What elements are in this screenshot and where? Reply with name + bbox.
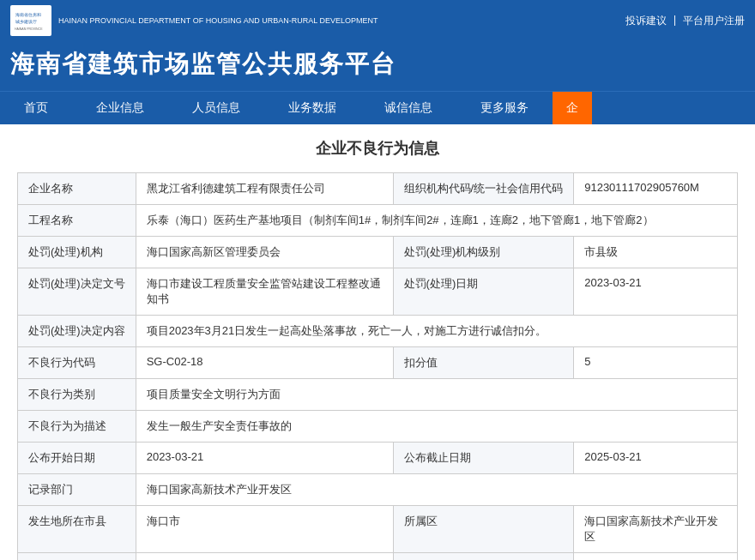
nav-home[interactable]: 首页 bbox=[0, 92, 72, 124]
table-row: 不良行为分类 登记日期 2023-03-21 bbox=[18, 553, 738, 561]
penalty-org-label: 处罚(处理)机构 bbox=[18, 237, 136, 268]
penalty-date-value: 2023-03-21 bbox=[574, 268, 738, 316]
table-row: 处罚(处理)决定内容 项目2023年3月21日发生一起高处坠落事故，死亡一人，对… bbox=[18, 316, 738, 347]
table-row: 公布开始日期 2023-03-21 公布截止日期 2025-03-21 bbox=[18, 443, 738, 474]
nav-enterprise[interactable]: 企业信息 bbox=[72, 92, 168, 124]
nav-personnel[interactable]: 人员信息 bbox=[168, 92, 264, 124]
logo-text: HAINAN PROVINCIAL DEPARTMENT OF HOUSING … bbox=[58, 15, 378, 27]
enterprise-name-label: 企业名称 bbox=[18, 173, 136, 205]
site-title: 海南省建筑市场监管公共服务平台 bbox=[10, 48, 396, 81]
table-row: 企业名称 黑龙江省利德建筑工程有限责任公司 组织机构代码/统一社会信用代码 91… bbox=[18, 173, 738, 205]
penalty-org-level-label: 处罚(处理)机构级别 bbox=[393, 237, 574, 268]
org-code-label: 组织机构代码/统一社会信用代码 bbox=[393, 173, 574, 205]
project-name-label: 工程名称 bbox=[18, 205, 136, 237]
bad-behavior-desc-value: 发生一般生产安全责任事故的 bbox=[136, 411, 737, 443]
content-area: 企业不良行为信息 企业名称 黑龙江省利德建筑工程有限责任公司 组织机构代码/统一… bbox=[0, 124, 755, 560]
penalty-content-label: 处罚(处理)决定内容 bbox=[18, 316, 136, 347]
nav-credit[interactable]: 诚信信息 bbox=[360, 92, 456, 124]
table-row: 工程名称 乐泰（海口）医药生产基地项目（制剂车间1#，制剂车间2#，连廊1，连廊… bbox=[18, 205, 738, 237]
logo-area: 海南省住房和 城乡建设厅 HAINAN PROVINCE HAINAN PROV… bbox=[10, 5, 378, 36]
table-row: 不良行为为描述 发生一般生产安全责任事故的 bbox=[18, 411, 738, 443]
table-row: 处罚(处理)决定文号 海口市建设工程质量安全监管站建设工程整改通知书 处罚(处理… bbox=[18, 268, 738, 316]
table-row: 不良行为代码 SG-C02-18 扣分值 5 bbox=[18, 347, 738, 379]
svg-text:海南省住房和: 海南省住房和 bbox=[15, 12, 41, 17]
publish-start-label: 公布开始日期 bbox=[18, 443, 136, 474]
table-row: 记录部门 海口国家高新技术产业开发区 bbox=[18, 474, 738, 506]
org-code-value: 91230111702905760M bbox=[574, 173, 738, 205]
svg-text:HAINAN PROVINCE: HAINAN PROVINCE bbox=[15, 27, 43, 31]
publish-end-value: 2025-03-21 bbox=[574, 443, 738, 474]
bad-behavior-category-value bbox=[136, 553, 393, 561]
district-label: 所属区 bbox=[393, 506, 574, 553]
header-links: 投诉建议 | 平台用户注册 bbox=[625, 14, 745, 28]
penalty-content-value: 项目2023年3月21日发生一起高处坠落事故，死亡一人，对施工方进行诚信扣分。 bbox=[136, 316, 737, 347]
page-title: 企业不良行为信息 bbox=[17, 138, 738, 159]
table-row: 发生地所在市县 海口市 所属区 海口国家高新技术产业开发区 bbox=[18, 506, 738, 553]
bad-behavior-type-value: 项目质量安全文明行为方面 bbox=[136, 379, 737, 411]
bad-behavior-code-value: SG-C02-18 bbox=[136, 347, 393, 379]
bad-behavior-code-label: 不良行为代码 bbox=[18, 347, 136, 379]
register-date-value: 2023-03-21 bbox=[574, 553, 738, 561]
deduction-value: 5 bbox=[574, 347, 738, 379]
logo-line1: HAINAN PROVINCIAL DEPARTMENT OF HOUSING … bbox=[58, 15, 378, 27]
project-name-value: 乐泰（海口）医药生产基地项目（制剂车间1#，制剂车间2#，连廊1，连廊2，地下管… bbox=[136, 205, 737, 237]
complaint-link[interactable]: 投诉建议 bbox=[625, 14, 667, 28]
register-link[interactable]: 平台用户注册 bbox=[683, 14, 745, 28]
penalty-doc-value: 海口市建设工程质量安全监管站建设工程整改通知书 bbox=[136, 268, 393, 316]
info-table: 企业名称 黑龙江省利德建筑工程有限责任公司 组织机构代码/统一社会信用代码 91… bbox=[17, 172, 738, 560]
penalty-org-value: 海口国家高新区管理委员会 bbox=[136, 237, 393, 268]
title-bar: 海南省建筑市场监管公共服务平台 bbox=[0, 41, 755, 91]
record-dept-label: 记录部门 bbox=[18, 474, 136, 506]
table-row: 不良行为类别 项目质量安全文明行为方面 bbox=[18, 379, 738, 411]
district-value: 海口国家高新技术产业开发区 bbox=[574, 506, 738, 553]
nav-more[interactable]: 更多服务 bbox=[456, 92, 553, 124]
location-label: 发生地所在市县 bbox=[18, 506, 136, 553]
table-row: 处罚(处理)机构 海口国家高新区管理委员会 处罚(处理)机构级别 市县级 bbox=[18, 237, 738, 268]
penalty-doc-label: 处罚(处理)决定文号 bbox=[18, 268, 136, 316]
bad-behavior-type-label: 不良行为类别 bbox=[18, 379, 136, 411]
register-date-label: 登记日期 bbox=[393, 553, 574, 561]
bad-behavior-category-label: 不良行为分类 bbox=[18, 553, 136, 561]
svg-text:城乡建设厅: 城乡建设厅 bbox=[15, 19, 37, 24]
nav-enterprise-highlight[interactable]: 企 bbox=[553, 92, 592, 124]
nav-business[interactable]: 业务数据 bbox=[264, 92, 360, 124]
publish-end-label: 公布截止日期 bbox=[393, 443, 574, 474]
penalty-date-label: 处罚(处理)日期 bbox=[393, 268, 574, 316]
penalty-org-level-value: 市县级 bbox=[574, 237, 738, 268]
enterprise-name-value: 黑龙江省利德建筑工程有限责任公司 bbox=[136, 173, 393, 205]
main-nav: 首页 企业信息 人员信息 业务数据 诚信信息 更多服务 企 bbox=[0, 91, 755, 124]
bad-behavior-desc-label: 不良行为为描述 bbox=[18, 411, 136, 443]
publish-start-value: 2023-03-21 bbox=[136, 443, 393, 474]
deduction-label: 扣分值 bbox=[393, 347, 574, 379]
location-value: 海口市 bbox=[136, 506, 393, 553]
header-top: 海南省住房和 城乡建设厅 HAINAN PROVINCE HAINAN PROV… bbox=[0, 0, 755, 41]
record-dept-value: 海口国家高新技术产业开发区 bbox=[136, 474, 737, 506]
logo-image: 海南省住房和 城乡建设厅 HAINAN PROVINCE bbox=[10, 5, 51, 36]
